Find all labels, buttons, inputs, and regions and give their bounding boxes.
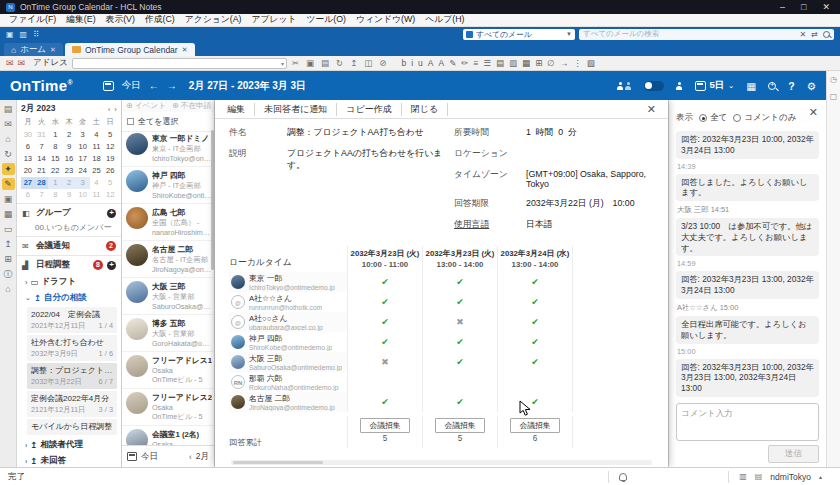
- consult-list-item[interactable]: モバイルから日程調整: [27, 419, 117, 435]
- search-icon[interactable]: [823, 31, 830, 38]
- close-button[interactable]: ✕: [822, 2, 830, 12]
- person-list-item[interactable]: 広島 七郎 全国（広島） - nanaroHiroshima@ont…: [122, 204, 214, 241]
- mini-calendar-day[interactable]: 20: [21, 165, 35, 177]
- clipboard-tool-icon[interactable]: ↻: [335, 58, 344, 68]
- mini-calendar-day[interactable]: 3: [76, 177, 90, 189]
- menu-item[interactable]: アプレット: [246, 14, 301, 26]
- edit-button[interactable]: 編集: [227, 103, 255, 116]
- tab-ontime-calendar[interactable]: OnTime Group Calendar ✕: [65, 43, 195, 56]
- format-tool-icon[interactable]: ▥: [509, 58, 517, 68]
- clipboard-tool-icon[interactable]: ✂: [291, 58, 300, 68]
- mini-calendar-day[interactable]: 30: [21, 129, 35, 141]
- strip-tool-icon[interactable]: ⌂: [2, 283, 15, 295]
- mini-calendar-prev-icon[interactable]: ‹: [108, 105, 111, 114]
- add-absence-button[interactable]: ⊕ 不在申請: [172, 101, 211, 111]
- mini-calendar-day[interactable]: 7: [35, 141, 49, 153]
- mini-calendar-day[interactable]: 9: [62, 189, 76, 201]
- mini-calendar-day[interactable]: 12: [103, 141, 117, 153]
- person-list-item[interactable]: 名古屋 二郎 名古屋 - IT企画部 JiroNagoya@ontimede…: [122, 241, 214, 278]
- menu-item[interactable]: ヘルプ(H): [420, 14, 469, 26]
- strip-tool-icon[interactable]: ✉: [2, 118, 15, 130]
- mini-calendar-day[interactable]: 19: [103, 153, 117, 165]
- mini-calendar-day[interactable]: 5: [103, 177, 117, 189]
- people-scrollbar[interactable]: [211, 130, 214, 270]
- format-tool-icon[interactable]: ✏: [461, 58, 468, 68]
- tab-home[interactable]: ⌂ ホーム ✕: [4, 43, 63, 56]
- minimize-button[interactable]: –: [780, 2, 785, 12]
- horizontal-scrollbar[interactable]: [231, 460, 652, 465]
- mini-calendar-day[interactable]: 22: [48, 165, 62, 177]
- mini-calendar-day[interactable]: 6: [21, 141, 35, 153]
- window-icon[interactable]: ▤: [755, 472, 763, 481]
- format-tool-icon[interactable]: ▦: [522, 58, 530, 68]
- person-list-item[interactable]: フリーアドレス2 Osaka OnTimeビル - 5: [122, 389, 214, 426]
- mail-reply-icon[interactable]: ✉: [6, 58, 14, 68]
- clipboard-tool-icon[interactable]: ▤: [320, 58, 330, 68]
- mini-calendar-day[interactable]: 27: [21, 177, 35, 189]
- strip-tool-icon[interactable]: ▤: [2, 103, 15, 115]
- strip-tool-icon[interactable]: ⊞: [2, 253, 15, 265]
- person-list-item[interactable]: 博多 五郎 大阪 - 営業部 GoroHakata@ontimed…: [122, 315, 214, 352]
- tree-my-consults[interactable]: ⌄ ↥ 自分の相談: [17, 290, 121, 306]
- side-widget-icon[interactable]: ▢: [830, 92, 838, 101]
- format-tool-icon[interactable]: A: [439, 58, 445, 68]
- mini-calendar-day[interactable]: 23: [62, 165, 76, 177]
- toolbar-window-icon[interactable]: ⠿: [33, 30, 39, 39]
- consult-list-item[interactable]: 2022/04 定例会議 2021年12月11日1 / 4: [27, 307, 117, 333]
- format-tool-icon[interactable]: ✎: [449, 58, 456, 68]
- format-tool-icon[interactable]: ∅: [547, 58, 554, 68]
- table-row[interactable]: 神戸 四郎 ShiroKobe@ontimedemo.jp ✔ ✔ ✔: [229, 332, 654, 352]
- person-view-icon[interactable]: [676, 82, 683, 90]
- mini-calendar-day[interactable]: 25: [90, 165, 104, 177]
- select-all-row[interactable]: 全てを選択: [122, 112, 214, 132]
- zoom-icon[interactable]: [768, 82, 776, 90]
- strip-tool-icon[interactable]: ▦: [2, 208, 15, 220]
- mini-calendar-day[interactable]: 17: [76, 153, 90, 165]
- table-row[interactable]: RN 那覇 六郎 RokuroNaha@ontimedemo.jp: [229, 372, 654, 392]
- menu-item[interactable]: アクション(A): [180, 14, 247, 26]
- tree-drafts[interactable]: › ▭ ドラフト: [17, 274, 121, 290]
- mini-calendar-day[interactable]: 21: [35, 165, 49, 177]
- window-icon[interactable]: ▥: [739, 472, 747, 481]
- copy-button[interactable]: コピー作成: [346, 103, 401, 116]
- help-icon[interactable]: ?: [788, 80, 794, 92]
- grid-view-icon[interactable]: ▦: [746, 80, 756, 92]
- message-list[interactable]: 回答: 2032年3月23日 10:00, 2032年3月24日 13:00 1…: [676, 128, 819, 403]
- mini-calendar-day[interactable]: 2: [62, 177, 76, 189]
- search-input[interactable]: すべてのメールの検索 ✕ ⇄: [579, 29, 834, 40]
- menu-item[interactable]: ウィンドウ(W): [351, 14, 420, 26]
- format-tool-icon[interactable]: ▧: [587, 58, 595, 68]
- mini-calendar-day[interactable]: 6: [21, 189, 35, 201]
- sidebar-section-schedule-adjust[interactable]: ▟ 日程調整 8 +: [17, 255, 121, 274]
- strip-tool-icon[interactable]: ⓘ: [2, 268, 15, 280]
- mini-calendar-day[interactable]: 8: [48, 141, 62, 153]
- mini-calendar-day[interactable]: 7: [35, 189, 49, 201]
- tree-unanswered[interactable]: › ↥ 未回答: [17, 453, 121, 467]
- person-list-item[interactable]: 大阪 三郎 大阪 - 営業部 SaburoOsaka@ontime…: [122, 278, 214, 315]
- side-widget-icon[interactable]: ◷: [830, 75, 837, 84]
- strip-tool-icon[interactable]: ✦: [2, 163, 15, 175]
- convene-meeting-button[interactable]: 会議招集: [435, 418, 484, 433]
- convene-meeting-button[interactable]: 会議招集: [510, 418, 559, 433]
- sidebar-section-group[interactable]: ◧ グループ +: [17, 203, 121, 222]
- maximize-button[interactable]: □: [801, 2, 806, 12]
- clipboard-tool-icon[interactable]: ↥: [349, 58, 358, 68]
- mail-forward-icon[interactable]: ✉: [18, 58, 26, 68]
- today-button[interactable]: 今日: [141, 451, 158, 463]
- mini-calendar-next-icon[interactable]: ›: [114, 105, 117, 114]
- mini-calendar-day[interactable]: 10: [76, 189, 90, 201]
- mini-calendar-day[interactable]: 31: [35, 129, 49, 141]
- table-row[interactable]: 大阪 三郎 SaburoOsaka@ontimedemo.jp ✖ ✔ ✔: [229, 352, 654, 372]
- clear-search-icon[interactable]: ✕: [800, 30, 807, 39]
- mini-calendar-day[interactable]: 15: [48, 153, 62, 165]
- table-row[interactable]: @ A社☆☆さん runrunrun@hothotk.com ✔ ✔ ✔: [229, 292, 654, 312]
- select-all-checkbox[interactable]: [127, 118, 134, 125]
- today-calendar-icon[interactable]: [103, 81, 114, 91]
- menu-item[interactable]: ツール(O): [301, 14, 351, 26]
- chevron-left-icon[interactable]: ‹: [189, 452, 192, 462]
- convene-meeting-button[interactable]: 会議招集: [360, 418, 409, 433]
- view-toggle[interactable]: [644, 81, 664, 91]
- today-calendar-icon[interactable]: [127, 452, 137, 461]
- mini-calendar-day[interactable]: 16: [62, 153, 76, 165]
- strip-tool-icon[interactable]: ↻: [2, 148, 15, 160]
